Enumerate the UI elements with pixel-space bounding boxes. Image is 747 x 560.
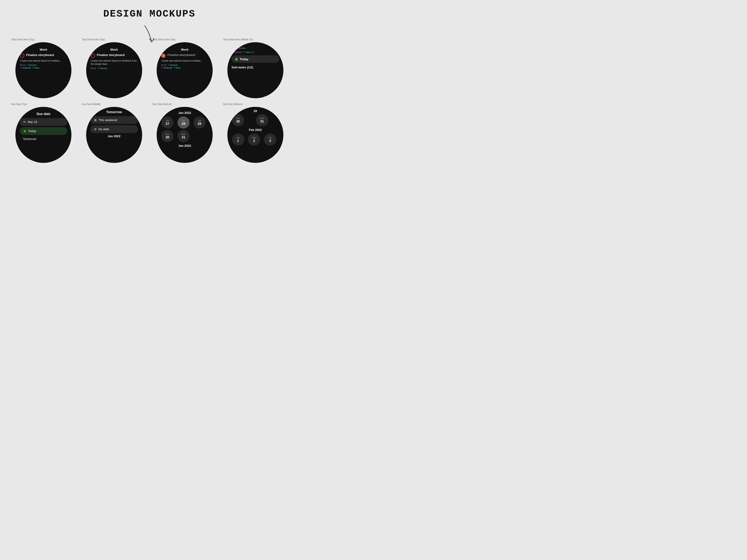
task-checkbox-2[interactable]: [91, 54, 95, 58]
cal-day-sun30[interactable]: Sun 30: [161, 130, 174, 142]
tag-review-1: ♡ Review: [27, 64, 37, 66]
subtasks-icon-3: ⚙: [161, 64, 163, 66]
cal-grid-8-bottom: Tue 1 Wed 2 Thu 3: [230, 133, 281, 145]
mockup-label-6: Due Date (Middle): [80, 103, 101, 105]
subtasks-1: ⚙ 1/2: [20, 64, 25, 66]
mockup-due-date-4: Due Date (Bottom) 28 Sun 30 Mon 31 Feb 2…: [221, 103, 290, 163]
date-option-tomorrow[interactable]: Tomorrow: [20, 137, 67, 141]
date-option-weekend[interactable]: ⊞ This weekend: [91, 116, 138, 124]
nodate-icon: ⊘: [94, 127, 97, 131]
task-desc-2: Create new artwork based on feedback fro…: [91, 59, 137, 66]
mockup-due-date-2: Due Date (Middle) Tomorrow ⊞ This weeken…: [80, 103, 149, 163]
date-text-weekend: This weekend: [99, 118, 117, 122]
task-checkbox-checked-3[interactable]: ✓: [161, 54, 165, 58]
date-option-nodate[interactable]: ⊘ No date: [91, 125, 138, 133]
mockup-label-4: Task Detail View (Middle 1/2): [221, 38, 253, 41]
tag-wear-4: ♡ Wear +2: [243, 51, 254, 53]
watch-face-5: Due date ✏ Mar 15 ▣ Today Tomorrow: [16, 107, 72, 163]
task-title-1: Finalize storyboard: [26, 53, 54, 57]
mockup-task-detail-4: Task Detail View (Middle 1/2) 1/2 ♡ Revi…: [221, 38, 290, 98]
cal-month-6: Jan 2022: [91, 134, 138, 138]
watch-face-4: 1/2 ♡ Review ♡ Android ♡ Wear +2 ▣ Today…: [227, 42, 283, 98]
mockup-due-date-1: Due Date (Top) Due date ✏ Mar 15 ▣ Today…: [9, 103, 78, 163]
mockup-task-detail-3: Task Detail View (Top) Work ✓ Finalize s…: [151, 38, 219, 98]
task-desc-1: Create new artwork based on feedbac...: [20, 59, 67, 62]
mockup-task-detail-1: Task Detail View (Top) Work Finalize sto…: [9, 38, 78, 98]
tag-review-3: ♡ Review: [168, 64, 178, 66]
date-text-nodate: No date: [99, 127, 109, 131]
task-meta-2: ⚙ 1/2 ♡ Review: [91, 67, 137, 70]
task-title-3: Finalize storyboard: [168, 53, 195, 57]
cal-day-thu27[interactable]: Thu 27: [161, 116, 174, 129]
watch-face-1: Work Finalize storyboard Create new artw…: [16, 42, 72, 98]
cal-month-7: Jan 2022: [159, 111, 210, 114]
cal-day-sat29[interactable]: Sat 29: [194, 116, 206, 129]
subtasks-label-4: Sub-tasks (1/2): [232, 65, 279, 69]
due-date-title-5: Due date: [20, 112, 67, 116]
task-row-3: ✓ Finalize storyboard: [161, 53, 208, 58]
cal-day-tue1[interactable]: Tue 1: [232, 133, 244, 145]
tags-row-1: ♡ Android ♡ Wear: [20, 67, 67, 69]
date-option-text-today: Today: [28, 129, 36, 133]
cal-month-feb: Feb 2022: [230, 128, 281, 132]
task-desc-3: Create new artwork based on feedbac...: [161, 59, 208, 62]
cal-day-fri28[interactable]: Fri 28: [177, 116, 189, 129]
partial-tomorrow: Tomorrow: [91, 110, 138, 114]
due-date-label-4: Today: [240, 57, 248, 61]
subtasks-icon-2: ⚙: [91, 67, 93, 70]
cal-month-bottom-7: Jan 2022: [159, 144, 210, 148]
arrow-decoration: [143, 23, 156, 44]
cal-day-mon31b[interactable]: Mon 31: [256, 114, 268, 126]
tag-wear-3: ♡ Wear: [173, 67, 181, 69]
watch-face-7: Jan 2022 Thu 27 Fri 28 Sat 29 Sun 30: [157, 107, 213, 163]
task-meta-1: ⚙ 1/2 ♡ Review: [20, 64, 67, 66]
tag-wear-1: ♡ Wear: [32, 67, 40, 69]
date-option-text-mar15: Mar 15: [28, 120, 37, 124]
mockups-grid: Task Detail View (Top) Work Finalize sto…: [0, 31, 299, 172]
task-title-2: Finalize storyboard: [97, 53, 125, 57]
sofa-icon: ⊞: [94, 118, 97, 122]
task-meta-3: ⚙ 1/2 ♡ Review: [161, 64, 208, 66]
subtasks-icon-1: ⚙: [20, 64, 22, 66]
watch-face-8: 28 Sun 30 Mon 31 Feb 2022 Tue 1 Wed: [227, 107, 283, 163]
cal-day-thu3[interactable]: Thu 3: [264, 133, 276, 145]
cal-grid-8-top: Sun 30 Mon 31: [230, 114, 281, 126]
calendar-icon-4: ▣: [235, 57, 238, 61]
partial-28: 28: [230, 109, 281, 113]
cal-day-sun30b[interactable]: Sun 30: [232, 114, 244, 126]
watch-face-6: Tomorrow ⊞ This weekend ⊘ No date Jan 20…: [86, 107, 142, 163]
date-option-today[interactable]: ▣ Today: [20, 127, 67, 135]
tag-android-1: ♡ Android: [20, 67, 31, 69]
cal-grid-7: Thu 27 Fri 28 Sat 29 Sun 30 Mon 31: [159, 116, 210, 142]
mockup-label-7: Due Date (Bottom): [151, 103, 172, 105]
mockup-label-2: Task Detail View (Top): [80, 38, 105, 41]
cal-day-mon31[interactable]: Mon 31: [177, 130, 189, 142]
watch-header-3: Work: [161, 48, 208, 51]
tags-row-3: ♡ Android ♡ Wear: [161, 67, 208, 69]
mockup-label-1: Task Detail View (Top): [9, 38, 34, 41]
task-row-1: Finalize storyboard: [20, 53, 67, 58]
due-date-btn-4[interactable]: ▣ Today: [232, 55, 279, 63]
watch-face-3: Work ✓ Finalize storyboard Create new ar…: [157, 42, 213, 98]
calendar-icon-today: ▣: [23, 129, 26, 133]
tags-line-4: 1/2 ♡ Review: [232, 47, 279, 49]
date-option-mar15[interactable]: ✏ Mar 15: [20, 118, 67, 126]
watch-header-1: Work: [20, 48, 67, 51]
subtasks-3: ⚙ 1/2: [161, 64, 167, 66]
mockup-due-date-3: Due Date (Bottom) Jan 2022 Thu 27 Fri 28…: [151, 103, 219, 163]
watch-face-2: Work Finalize storyboard Create new artw…: [86, 42, 142, 98]
tag-review-4: ♡ Review: [236, 47, 246, 49]
tag-12-4: 1/2: [232, 47, 235, 49]
tag-android-3: ♡ Android: [161, 67, 172, 69]
mockup-task-detail-2: Task Detail View (Top) Work Finalize sto…: [80, 38, 149, 98]
page-title: DESIGN MOCKUPS: [0, 0, 299, 22]
tag-android-4: ♡ Android: [232, 51, 242, 53]
cal-day-wed2[interactable]: Wed 2: [248, 133, 260, 145]
watch-header-2: Work: [91, 48, 137, 51]
task-checkbox-1[interactable]: [20, 54, 24, 58]
mockup-label-8: Due Date (Bottom): [221, 103, 242, 105]
tag-review-2: ♡ Review: [97, 67, 107, 70]
pencil-icon: ✏: [23, 120, 26, 124]
mockup-label-5: Due Date (Top): [9, 103, 27, 105]
subtasks-2: ⚙ 1/2: [91, 67, 96, 70]
